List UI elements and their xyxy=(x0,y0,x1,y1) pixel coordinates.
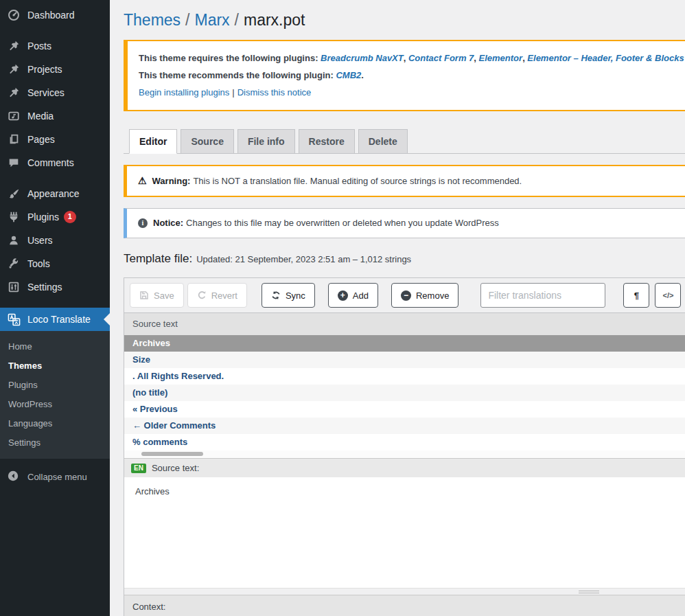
string-row[interactable]: (no title) xyxy=(124,385,685,401)
info-icon xyxy=(138,218,148,228)
source-text-bar: EN Source text: xyxy=(124,458,685,477)
required-intro-text: This theme requires the following plugin… xyxy=(139,53,321,63)
sidebar-item-label: Comments xyxy=(27,157,74,168)
horizontal-scrollbar xyxy=(124,450,685,458)
plugin-link-cmb2[interactable]: CMB2 xyxy=(336,70,361,80)
submenu-item-plugins[interactable]: Plugins xyxy=(0,376,110,395)
breadcrumb-link-themes[interactable]: Themes xyxy=(124,11,181,29)
string-row[interactable]: % comments xyxy=(124,434,685,450)
loco-submenu: Home Themes Plugins WordPress Languages … xyxy=(0,331,110,459)
source-text-column-header: Source text xyxy=(124,312,685,335)
pin-icon xyxy=(7,86,21,100)
begin-installing-plugins-link[interactable]: Begin installing plugins xyxy=(139,87,229,98)
save-button[interactable]: Save xyxy=(130,283,184,308)
sidebar-item-users[interactable]: Users xyxy=(0,229,110,252)
toggle-invisibles-button[interactable]: ¶ xyxy=(623,283,649,308)
info-notice: Notice:Changes to this file may be overw… xyxy=(124,208,685,238)
plugin-link-contact-form-7[interactable]: Contact Form 7 xyxy=(408,53,474,63)
warning-notice: Warning:This is NOT a translation file. … xyxy=(124,165,685,197)
remove-button[interactable]: Remove xyxy=(391,283,458,308)
submenu-item-wordpress[interactable]: WordPress xyxy=(0,395,110,414)
sidebar-item-label: Appearance xyxy=(27,188,80,199)
revert-icon xyxy=(197,290,207,300)
media-icon xyxy=(7,109,21,123)
panel-resize-handle[interactable] xyxy=(124,588,685,595)
submenu-item-themes[interactable]: Themes xyxy=(0,356,110,376)
plugin-required-notice: This theme requires the following plugin… xyxy=(124,40,685,111)
warning-icon xyxy=(138,174,152,188)
string-row[interactable]: « Previous xyxy=(124,401,685,418)
sidebar-item-tools[interactable]: Tools xyxy=(0,252,110,275)
save-label: Save xyxy=(154,290,174,301)
plugin-link-elementor[interactable]: Elementor xyxy=(479,53,523,63)
string-row[interactable]: Archives xyxy=(124,335,685,352)
tab-file-info[interactable]: File info xyxy=(237,129,295,154)
sidebar-item-comments[interactable]: Comments xyxy=(0,151,110,174)
dismiss-notice-link[interactable]: Dismiss this notice xyxy=(237,87,312,98)
comments-icon xyxy=(7,156,21,170)
settings-icon xyxy=(7,280,21,294)
submenu-item-languages[interactable]: Languages xyxy=(0,414,110,433)
sidebar-item-dashboard[interactable]: Dashboard xyxy=(0,3,110,27)
language-badge: EN xyxy=(131,464,146,473)
sidebar-item-label: Pages xyxy=(27,134,55,145)
collapse-menu-button[interactable]: Collapse menu xyxy=(0,465,110,488)
plugin-link-elementor-hfb[interactable]: Elementor – Header, Footer & Blocks Temp… xyxy=(527,53,685,63)
sidebar-item-label: Users xyxy=(27,235,53,246)
revert-button[interactable]: Revert xyxy=(187,283,247,308)
required-plugins-line: This theme requires the following plugin… xyxy=(139,52,685,65)
sidebar-item-label: Projects xyxy=(27,64,62,75)
breadcrumb-separator: / xyxy=(235,11,239,29)
menu-separator xyxy=(0,174,110,182)
tab-delete[interactable]: Delete xyxy=(358,129,408,154)
remove-label: Remove xyxy=(416,290,449,301)
submenu-item-home[interactable]: Home xyxy=(0,337,110,356)
string-row[interactable]: Size xyxy=(124,352,685,368)
plugins-icon xyxy=(7,210,21,224)
list-separator: , xyxy=(404,53,408,63)
sidebar-item-services[interactable]: Services xyxy=(0,81,110,104)
tab-restore[interactable]: Restore xyxy=(299,129,355,154)
sidebar-item-settings[interactable]: Settings xyxy=(0,275,110,299)
save-icon xyxy=(139,290,149,300)
collapse-menu-label: Collapse menu xyxy=(27,472,87,482)
tab-editor[interactable]: Editor xyxy=(129,129,177,154)
submenu-item-settings[interactable]: Settings xyxy=(0,433,110,453)
add-button[interactable]: Add xyxy=(328,283,378,308)
sidebar-item-label: Media xyxy=(27,111,54,122)
period-text: . xyxy=(361,70,364,80)
string-row[interactable]: ← Older Comments xyxy=(124,418,685,434)
sidebar-item-appearance[interactable]: Appearance xyxy=(0,182,110,205)
translate-icon xyxy=(7,312,21,326)
list-separator: , xyxy=(474,53,478,63)
sidebar-item-plugins[interactable]: Plugins 1 xyxy=(0,205,110,229)
filter-translations-input[interactable] xyxy=(480,283,605,308)
toggle-code-view-button[interactable]: </> xyxy=(655,283,681,308)
sidebar-item-posts[interactable]: Posts xyxy=(0,34,110,58)
main-content: Themes/Marx/marx.pot This theme requires… xyxy=(110,0,685,616)
scrollbar-thumb[interactable] xyxy=(141,452,203,456)
sync-icon xyxy=(271,290,281,300)
string-row[interactable]: . All Rights Reserved. xyxy=(124,368,685,385)
plugin-notice-actions: Begin installing plugins|Dismiss this no… xyxy=(139,86,685,100)
collapse-arrow-icon xyxy=(7,470,21,483)
breadcrumb-link-marx[interactable]: Marx xyxy=(194,11,229,29)
breadcrumb-current-file: marx.pot xyxy=(244,11,305,29)
remove-icon xyxy=(401,290,411,301)
pin-icon xyxy=(7,62,21,76)
sidebar-item-label: Posts xyxy=(27,41,51,52)
sidebar-item-projects[interactable]: Projects xyxy=(0,58,110,81)
source-text-label: Source text: xyxy=(152,463,199,473)
template-file-label: Template file: xyxy=(124,252,192,265)
sidebar-item-loco-translate[interactable]: Loco Translate xyxy=(0,308,110,331)
sidebar-item-pages[interactable]: Pages xyxy=(0,128,110,151)
tab-source[interactable]: Source xyxy=(181,129,233,154)
plugin-link-breadcrumb-navxt[interactable]: Breadcrumb NavXT xyxy=(321,53,404,63)
source-text-editor[interactable]: Archives xyxy=(124,477,685,588)
recommended-plugin-line: This theme recommends the following plug… xyxy=(139,69,685,82)
sync-button[interactable]: Sync xyxy=(262,283,315,308)
sidebar-item-label: Plugins xyxy=(27,212,59,223)
add-icon xyxy=(338,290,348,301)
pages-icon xyxy=(7,133,21,146)
sidebar-item-media[interactable]: Media xyxy=(0,104,110,128)
